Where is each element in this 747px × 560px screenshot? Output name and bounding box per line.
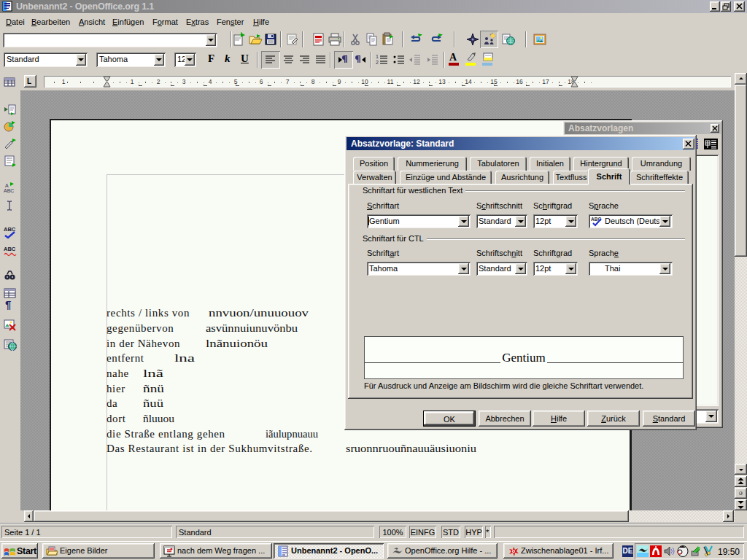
- svg-text:1: 1: [376, 54, 379, 59]
- svg-text:ABC: ABC: [4, 246, 16, 252]
- svg-text:2: 2: [376, 60, 379, 65]
- svg-text:ABC: ABC: [4, 188, 14, 193]
- svg-text:A: A: [5, 183, 9, 188]
